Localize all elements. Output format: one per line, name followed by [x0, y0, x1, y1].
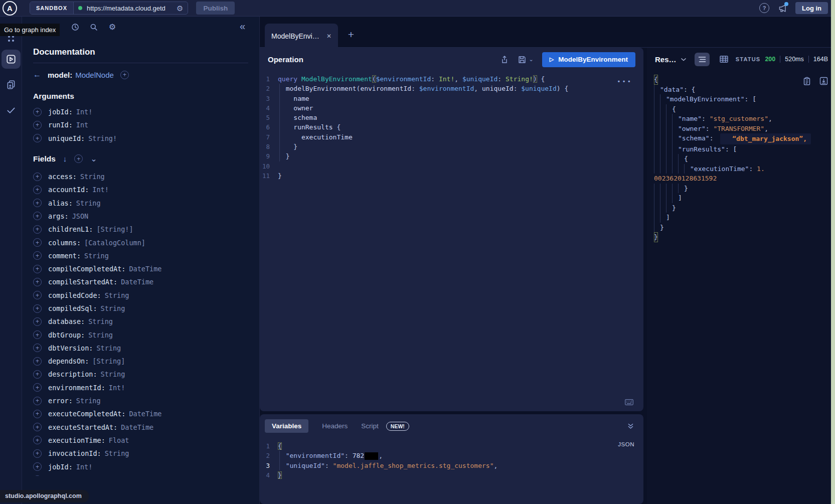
field-row[interactable]: +compiledCode:String — [33, 289, 248, 302]
field-row[interactable]: +alias:String — [33, 196, 248, 209]
field-name[interactable]: access: — [48, 173, 77, 181]
keyboard-shortcuts-icon[interactable] — [625, 399, 633, 405]
login-button[interactable]: Log in — [795, 2, 828, 14]
field-row[interactable]: +compileCompletedAt:DateTime — [33, 262, 248, 275]
new-tab-button[interactable]: + — [345, 29, 357, 41]
field-name[interactable]: compiledSql: — [48, 304, 97, 312]
field-name[interactable]: comment: — [48, 252, 81, 260]
field-name[interactable]: environmentId: — [48, 384, 105, 392]
field-row[interactable]: +access:String — [33, 170, 248, 183]
field-type[interactable]: String — [88, 331, 113, 339]
add-field-to-query-button[interactable]: + — [33, 344, 42, 352]
collapse-variables-icon[interactable] — [627, 422, 634, 430]
chevron-down-icon[interactable]: ⌄ — [90, 154, 97, 163]
add-field-to-query-button[interactable]: + — [33, 357, 42, 366]
save-operation-group[interactable]: ⌄ — [518, 55, 534, 64]
share-operation-icon[interactable] — [500, 55, 509, 64]
doc-type-link[interactable]: ModelNode — [75, 71, 114, 79]
field-row[interactable]: +materializedType:String — [33, 473, 248, 476]
add-field-to-query-button[interactable]: + — [33, 449, 42, 458]
add-field-to-query-button[interactable]: + — [33, 186, 42, 194]
field-name[interactable]: executionTime: — [48, 436, 105, 444]
add-field-to-query-button[interactable]: + — [33, 265, 42, 273]
field-type[interactable]: String — [88, 317, 113, 325]
field-row[interactable]: +args:JSON — [33, 210, 248, 223]
add-field-to-query-button[interactable]: + — [33, 291, 42, 299]
field-row[interactable]: +dbtVersion:String — [33, 342, 248, 355]
field-row[interactable]: +jobId:Int! — [33, 105, 248, 118]
run-operation-button[interactable]: ▷ ModelByEnvironment — [542, 52, 635, 67]
field-name[interactable]: jobId: — [48, 108, 73, 116]
field-type[interactable]: Int! — [76, 108, 93, 116]
field-type[interactable]: [String] — [92, 357, 125, 365]
schema-nav-button[interactable] — [2, 75, 21, 94]
field-name[interactable]: dbtGroup: — [48, 331, 85, 339]
tab-variables[interactable]: Variables — [265, 419, 308, 433]
sort-fields-icon[interactable]: ↓ — [63, 154, 67, 163]
field-name[interactable]: childrenL1: — [48, 225, 93, 233]
add-field-to-query-button[interactable]: + — [33, 317, 42, 326]
add-field-to-query-button[interactable]: + — [33, 225, 42, 234]
field-name[interactable]: dependsOn: — [48, 357, 89, 365]
add-field-to-query-button[interactable]: + — [33, 108, 42, 116]
field-name[interactable]: uniqueId: — [48, 134, 85, 142]
variables-code[interactable]: 1{2 "environmentId": 782,3 "uniqueId": "… — [260, 441, 643, 480]
field-name[interactable]: compiledCode: — [48, 291, 101, 299]
add-field-to-query-button[interactable]: + — [33, 121, 42, 129]
endpoint-settings-gear-icon[interactable]: ⚙ — [177, 5, 183, 12]
field-type[interactable]: String — [76, 397, 101, 405]
response-json[interactable]: {"data": {"modelByEnvironment": [{"name"… — [654, 75, 828, 242]
field-type[interactable]: Float — [109, 436, 129, 444]
collapse-sidebar-icon[interactable]: « — [240, 21, 245, 32]
history-icon[interactable] — [71, 23, 80, 32]
field-row[interactable]: +executeStartedAt:DateTime — [33, 421, 248, 434]
copy-response-icon[interactable] — [803, 77, 811, 86]
add-field-to-query-button[interactable]: + — [33, 410, 42, 418]
field-type[interactable]: DateTime — [129, 265, 161, 273]
field-name[interactable]: dbtVersion: — [48, 344, 93, 352]
publish-button[interactable]: Publish — [196, 2, 235, 15]
operation-code[interactable]: ••• 1query ModelByEnvironment($environme… — [260, 71, 643, 411]
json-view-button[interactable] — [695, 53, 710, 66]
add-field-to-query-button[interactable]: + — [33, 370, 42, 379]
field-row[interactable]: +comment:String — [33, 249, 248, 262]
add-field-to-query-button[interactable]: + — [33, 397, 42, 405]
field-name[interactable]: invocationId: — [48, 449, 101, 457]
field-type[interactable]: Int — [76, 121, 88, 129]
field-row[interactable]: +dbtGroup:String — [33, 328, 248, 341]
field-row[interactable]: +childrenL1:[String!] — [33, 223, 248, 236]
field-name[interactable]: description: — [48, 370, 97, 378]
add-field-to-query-button[interactable]: + — [33, 383, 42, 392]
endpoint-url[interactable]: https://metadata.cloud.getd — [87, 5, 172, 12]
checks-nav-button[interactable] — [2, 101, 21, 120]
add-field-to-query-button[interactable]: + — [33, 238, 42, 247]
field-row[interactable]: +description:String — [33, 368, 248, 381]
table-view-button[interactable] — [717, 53, 732, 66]
field-name[interactable]: error: — [48, 397, 73, 405]
field-name[interactable]: alias: — [48, 199, 73, 207]
add-field-to-query-button[interactable]: + — [33, 330, 42, 339]
field-row[interactable]: +runId:Int — [33, 118, 248, 131]
response-dropdown-chevron-icon[interactable] — [681, 58, 687, 62]
field-row[interactable]: +error:String — [33, 394, 248, 407]
tab-headers[interactable]: Headers — [322, 422, 348, 430]
add-field-to-query-button[interactable]: + — [33, 278, 42, 286]
back-arrow-icon[interactable]: ← — [33, 70, 41, 79]
field-name[interactable]: compileCompletedAt: — [48, 265, 125, 273]
field-row[interactable]: +columns:[CatalogColumn] — [33, 236, 248, 249]
add-all-fields-button[interactable]: + — [120, 71, 129, 79]
field-type[interactable]: DateTime — [121, 278, 153, 286]
field-row[interactable]: +dependsOn:[String] — [33, 355, 248, 368]
explorer-settings-gear-icon[interactable]: ⚙ — [108, 23, 117, 32]
field-type[interactable]: [CatalogColumn] — [84, 239, 145, 247]
field-type[interactable]: DateTime — [129, 410, 161, 418]
field-type[interactable]: JSON — [72, 212, 89, 220]
explorer-nav-button[interactable] — [2, 50, 21, 69]
field-row[interactable]: +environmentId:Int! — [33, 381, 248, 394]
add-field-to-query-button[interactable]: + — [33, 134, 42, 142]
help-icon[interactable]: ? — [759, 3, 769, 13]
field-type[interactable]: String — [84, 252, 109, 260]
field-type[interactable]: String — [101, 370, 125, 378]
add-field-to-query-button[interactable]: + — [33, 173, 42, 181]
field-row[interactable]: +compiledSql:String — [33, 302, 248, 315]
